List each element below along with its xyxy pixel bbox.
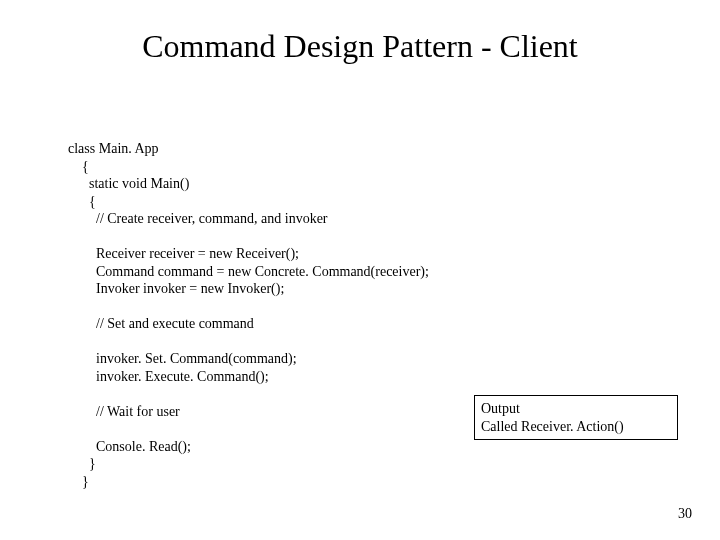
code-listing: class Main. App { static void Main() { /… bbox=[68, 140, 429, 490]
page-number: 30 bbox=[678, 506, 692, 522]
output-box: Output Called Receiver. Action() bbox=[474, 395, 678, 440]
slide-title: Command Design Pattern - Client bbox=[0, 28, 720, 65]
